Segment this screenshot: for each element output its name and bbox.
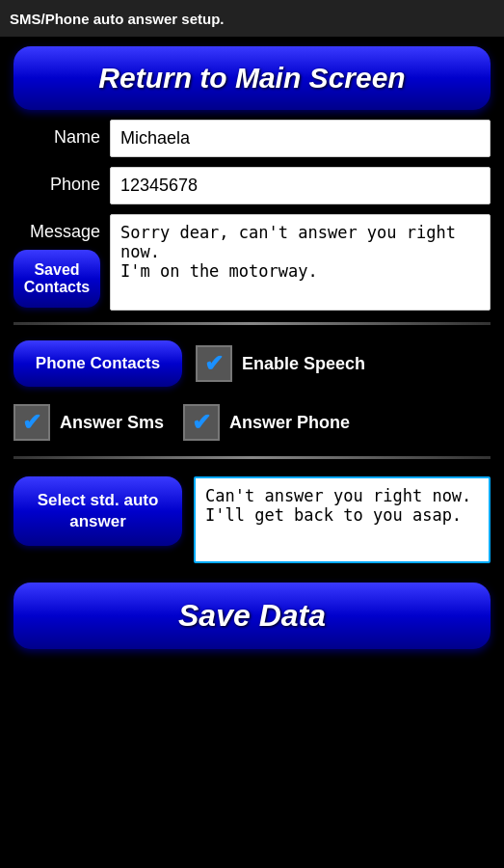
name-row: Name (13, 120, 491, 157)
answer-sms-group: ✔ Answer Sms (13, 404, 164, 441)
answer-phone-group: ✔ Answer Phone (183, 404, 350, 441)
title-text: SMS/Phone auto answer setup. (10, 11, 225, 27)
name-input[interactable] (110, 120, 491, 157)
title-bar: SMS/Phone auto answer setup. (0, 0, 504, 37)
phone-input[interactable] (110, 167, 491, 204)
phone-label: Phone (13, 167, 100, 195)
answer-phone-label: Answer Phone (229, 413, 350, 433)
select-std-auto-answer-button[interactable]: Select std. auto answer (13, 476, 182, 546)
answer-sms-checkbox[interactable]: ✔ (13, 404, 50, 441)
enable-speech-label: Enable Speech (242, 354, 365, 374)
auto-answer-row: Select std. auto answer Can't answer you… (13, 471, 491, 569)
name-label: Name (13, 120, 100, 148)
answer-phone-check-icon: ✔ (192, 411, 211, 434)
answer-phone-checkbox[interactable]: ✔ (183, 404, 220, 441)
divider-2 (13, 456, 491, 459)
answer-row: ✔ Answer Sms ✔ Answer Phone (13, 400, 491, 445)
phone-contacts-button[interactable]: Phone Contacts (13, 340, 182, 387)
phone-row: Phone (13, 167, 491, 204)
answer-sms-label: Answer Sms (60, 413, 164, 433)
divider-1 (13, 322, 491, 325)
message-textarea[interactable]: Sorry dear, can't answer you right now. … (110, 214, 491, 311)
main-content: Return to Main Screen Name Phone Message… (0, 37, 504, 659)
phone-contacts-row: Phone Contacts ✔ Enable Speech (13, 337, 491, 391)
save-data-button[interactable]: Save Data (13, 583, 491, 649)
message-row: Message Saved Contacts Sorry dear, can't… (13, 214, 491, 311)
enable-speech-group: ✔ Enable Speech (196, 345, 365, 382)
enable-speech-check-icon: ✔ (204, 352, 224, 375)
return-to-main-button[interactable]: Return to Main Screen (13, 46, 491, 110)
answer-sms-check-icon: ✔ (22, 411, 41, 434)
enable-speech-checkbox[interactable]: ✔ (196, 345, 232, 382)
saved-contacts-button[interactable]: Saved Contacts (13, 250, 100, 308)
message-left-col: Message Saved Contacts (13, 214, 100, 308)
message-label: Message (13, 214, 100, 242)
auto-answer-textarea[interactable]: Can't answer you right now. I'll get bac… (194, 476, 491, 563)
